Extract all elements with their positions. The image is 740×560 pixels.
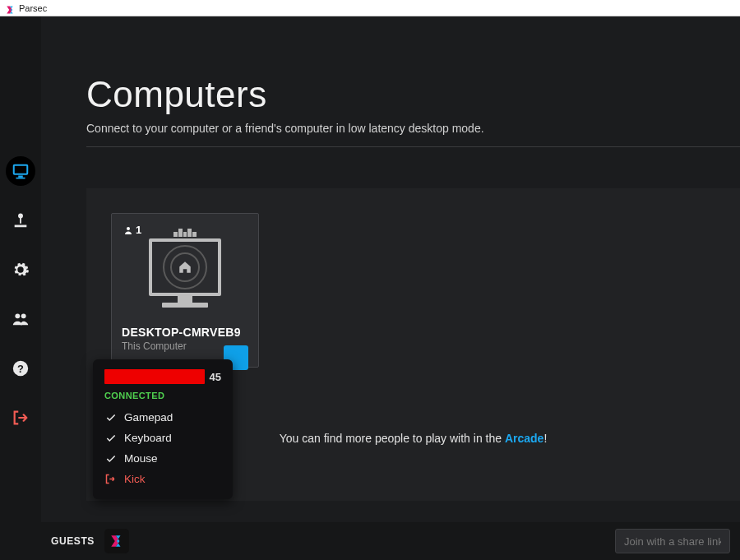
exit-icon (104, 473, 117, 485)
permission-label: Keyboard (124, 432, 172, 444)
users-icon (12, 310, 30, 328)
check-icon (104, 411, 117, 423)
guest-count-badge: 1 (123, 224, 141, 236)
header-divider (86, 146, 740, 147)
permission-gamepad[interactable]: Gamepad (104, 407, 221, 428)
question-icon: ? (12, 359, 30, 377)
computer-thumbnail (122, 229, 248, 308)
joystick-icon (12, 211, 30, 229)
svg-rect-2 (16, 178, 25, 179)
sidebar-item-help[interactable]: ? (6, 354, 35, 383)
window-title: Parsec (19, 3, 47, 13)
page-title: Computers (86, 74, 740, 115)
sidebar-item-friends[interactable] (6, 304, 35, 334)
monitor-icon (12, 162, 30, 180)
kick-label: Kick (124, 473, 146, 485)
computer-card[interactable]: 1 (111, 213, 259, 368)
guest-count: 1 (136, 224, 141, 236)
bottom-bar: GUESTS (41, 522, 740, 560)
computers-panel: 1 (86, 188, 740, 501)
gear-icon (12, 261, 30, 279)
svg-point-5 (15, 313, 20, 318)
guest-id-suffix: 45 (210, 371, 221, 383)
page-subtitle: Connect to your computer or a friend's c… (86, 122, 740, 135)
connection-status: CONNECTED (104, 391, 221, 400)
user-icon (123, 225, 133, 235)
parsec-logo-small (5, 3, 15, 13)
sidebar-item-logout[interactable] (6, 403, 35, 433)
sidebar-item-arcade[interactable] (6, 206, 35, 235)
svg-rect-0 (14, 165, 28, 174)
guest-username-redacted (104, 369, 205, 384)
sidebar-item-computers[interactable] (6, 156, 35, 186)
check-icon (104, 452, 117, 465)
arcade-hint-suffix: ! (543, 432, 547, 445)
svg-text:?: ? (17, 363, 24, 375)
permission-label: Gamepad (124, 411, 173, 423)
svg-point-6 (21, 313, 26, 318)
main-content: Computers Connect to your computer or a … (41, 16, 740, 560)
permission-label: Mouse (124, 452, 158, 465)
join-link-input[interactable] (615, 529, 730, 553)
parsec-logo-icon (109, 534, 124, 548)
sidebar: ? (0, 16, 41, 560)
guests-label: GUESTS (51, 535, 95, 547)
guest-avatar[interactable] (104, 529, 129, 553)
svg-rect-1 (18, 176, 23, 178)
check-icon (104, 432, 117, 444)
arcade-link[interactable]: Arcade (505, 432, 543, 445)
window-titlebar: Parsec (0, 0, 740, 16)
permission-keyboard[interactable]: Keyboard (104, 428, 221, 448)
permission-mouse[interactable]: Mouse (104, 448, 221, 469)
svg-rect-4 (20, 217, 21, 223)
sidebar-item-settings[interactable] (6, 255, 35, 285)
exit-icon (12, 409, 30, 427)
computer-name: DESKTOP-CMRVEB9 (122, 326, 248, 339)
svg-point-9 (127, 227, 130, 230)
arcade-hint-prefix: You can find more people to play with in… (280, 432, 505, 445)
crown-icon (173, 229, 197, 237)
guest-popup: 45 CONNECTED Gamepad Keyboard Mouse (93, 359, 233, 499)
kick-button[interactable]: Kick (104, 469, 221, 489)
